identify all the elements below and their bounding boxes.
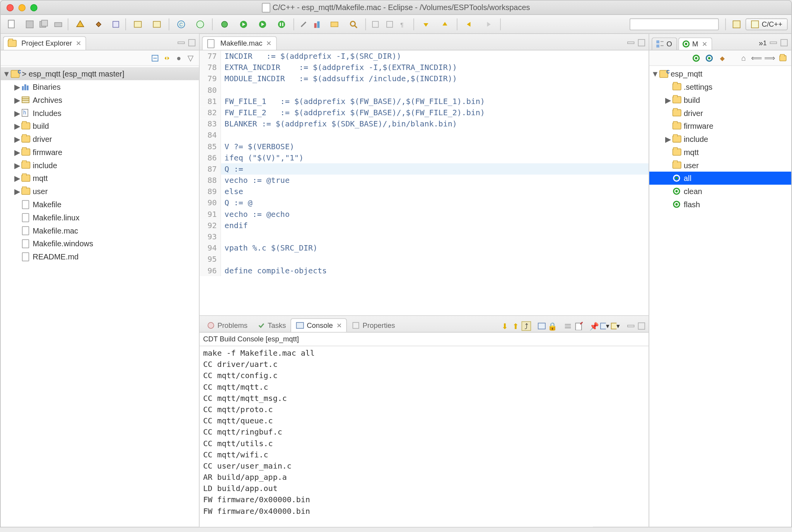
scroll-lock-icon[interactable]: ⤴ [522,321,531,331]
code-line[interactable]: 79MODULE_INCDIR := $(addsuffix /include,… [200,73,649,84]
make-targets-tree[interactable]: ▼ esp_mqtt .settings▶builddriverfirmware… [649,66,791,527]
code-line[interactable]: 89else [200,186,649,197]
new-c-button[interactable]: C [172,17,190,31]
open-console-icon[interactable]: ▾ [611,321,620,331]
tasks-tab[interactable]: Tasks [252,319,290,332]
close-icon[interactable]: ✕ [702,40,707,48]
tree-item[interactable]: ▶firmware [1,145,199,159]
close-icon[interactable]: ✕ [336,322,342,329]
maximize-bottom-icon[interactable] [637,321,647,331]
new-cpp-button[interactable] [191,17,209,31]
hide-empty-icon[interactable] [778,53,788,63]
tree-item[interactable]: ▶hIncludes [1,106,199,119]
make-target-item[interactable]: flash [649,198,791,211]
code-line[interactable]: 88vecho := @true [200,175,649,186]
tree-item[interactable]: ▶Binaries [1,80,199,93]
pin-console-icon[interactable]: 🔒 [548,321,557,331]
prev-annotation-button[interactable] [436,17,454,31]
code-line[interactable]: 93 [200,231,649,242]
build-target-button[interactable] [109,17,123,31]
maximize-right-icon[interactable] [779,38,789,48]
code-line[interactable]: 78EXTRA_INCDIR := $(addprefix -I,$(EXTRA… [200,62,649,73]
code-line[interactable]: 81FW_FILE_1 := $(addprefix $(FW_BASE)/,$… [200,95,649,107]
connect-button[interactable] [297,17,310,31]
debug-button[interactable] [216,17,234,31]
new-button[interactable] [4,17,22,31]
gcov-button[interactable] [311,17,324,31]
overflow-tabs-icon[interactable]: »1 [758,38,768,48]
tree-item[interactable]: ▶mqtt [1,172,199,185]
quick-access-input[interactable] [630,18,719,30]
tree-item[interactable]: ▶driver [1,133,199,146]
search-button[interactable] [345,17,362,31]
code-editor[interactable]: 77INCDIR := $(addprefix -I,$(SRC_DIR))78… [200,51,649,315]
zoom-window-button[interactable] [30,4,37,11]
forward-button[interactable] [480,17,497,31]
link-editor-icon[interactable] [162,53,172,63]
run-button[interactable] [235,17,253,31]
profile-button[interactable] [273,17,290,31]
code-line[interactable]: 95 [200,254,649,265]
show-console-select-icon[interactable] [537,321,547,331]
code-line[interactable]: 77INCDIR := $(addprefix -I,$(SRC_DIR)) [200,51,649,62]
outline-tab[interactable]: O [652,38,678,50]
make-target-item[interactable]: all [649,172,791,185]
properties-tab[interactable]: Properties [347,319,400,332]
manage-configs-button[interactable] [129,17,147,31]
new-project-button[interactable] [148,17,166,31]
collapse-all-icon[interactable] [150,53,160,63]
build-all-button[interactable] [90,17,108,31]
code-line[interactable]: 91vecho := @echo [200,208,649,220]
tree-folder-item[interactable]: driver [649,106,791,119]
project-explorer-tree[interactable]: ▼ > esp_mqtt [esp_mqtt master] ▶Binaries… [1,66,199,527]
editor-tab-makefile[interactable]: Makefile.mac ✕ [202,36,277,50]
home-icon[interactable]: ⌂ [739,53,749,63]
forward-nav-icon[interactable]: ⟹ [765,53,775,63]
minimize-editor-icon[interactable] [626,38,636,48]
open-perspective-button[interactable] [730,17,743,31]
show-whitespace-button[interactable]: ¶ [398,17,411,31]
tree-item[interactable]: README.md [1,250,199,263]
problems-tab[interactable]: Problems [202,319,252,332]
remove-console-icon[interactable] [574,321,584,331]
open-type-button[interactable] [326,17,343,31]
code-line[interactable]: 84 [200,130,649,141]
tree-item[interactable]: Makefile.windows [1,237,199,250]
code-line[interactable]: 86ifeq ("$(V)","1") [200,152,649,163]
next-annotation-button[interactable] [417,17,435,31]
code-line[interactable]: 90Q := @ [200,197,649,208]
back-button[interactable] [460,17,478,31]
display-selected-icon[interactable]: ▾ [600,321,609,331]
save-all-button[interactable] [38,17,51,31]
maximize-editor-icon[interactable] [637,38,647,48]
tree-item[interactable]: ▶Archives [1,93,199,106]
run-last-button[interactable] [254,17,271,31]
scroll-down-icon[interactable]: ⬇ [500,321,510,331]
maximize-view-icon[interactable] [187,38,197,48]
toggle-mark-button[interactable] [369,17,382,31]
tree-project-root[interactable]: ▼ esp_mqtt [649,67,791,80]
close-icon[interactable]: ✕ [266,39,271,47]
code-line[interactable]: 96define compile-objects [200,265,649,276]
code-line[interactable]: 83BLANKER := $(addprefix $(SDK_BASE)/,bi… [200,118,649,130]
close-window-button[interactable] [7,4,14,11]
close-icon[interactable]: ✕ [76,39,81,47]
make-target-item[interactable]: clean [649,185,791,198]
minimize-bottom-icon[interactable] [626,321,636,331]
clear-console-icon[interactable] [563,321,573,331]
print-button[interactable] [52,17,65,31]
code-line[interactable]: 92endif [200,220,649,231]
console-output[interactable]: make -f Makefile.mac all CC driver/uart.… [200,346,649,527]
tree-item[interactable]: Makefile [1,198,199,211]
code-line[interactable]: 87Q := [200,163,649,174]
edit-target-icon[interactable] [705,53,714,63]
new-target-icon[interactable] [691,53,701,63]
tree-item[interactable]: ▶build [1,119,199,133]
build-target-icon[interactable] [717,53,727,63]
tree-folder-item[interactable]: ▶build [649,93,791,106]
view-menu-icon[interactable]: ▽ [186,53,196,63]
project-explorer-tab[interactable]: Project Explorer ✕ [3,36,87,50]
tree-item[interactable]: Makefile.mac [1,224,199,237]
perspective-cpp[interactable]: C/C++ [746,18,788,30]
code-line[interactable]: 80 [200,84,649,95]
